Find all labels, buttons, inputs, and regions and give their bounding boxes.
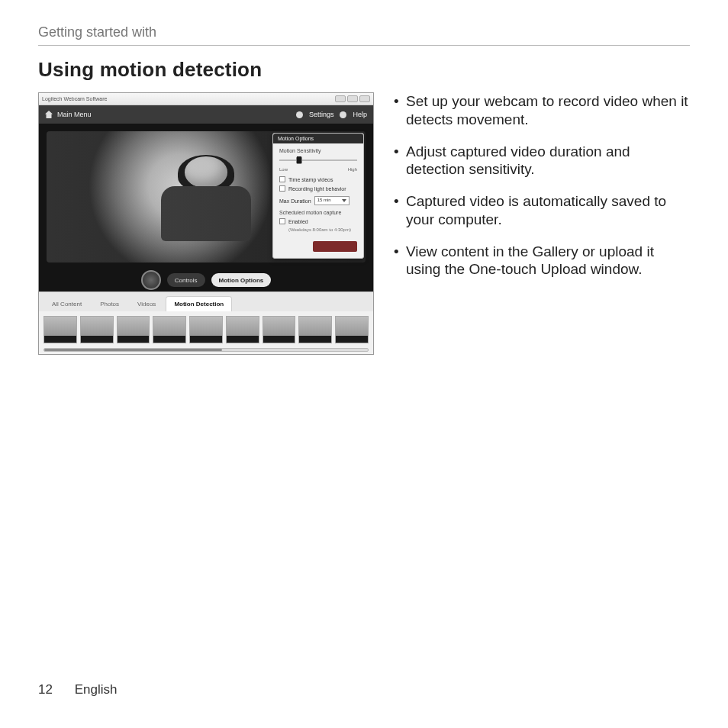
thumbnail[interactable]: 1:15 [153, 316, 186, 343]
tab-photos[interactable]: Photos [92, 296, 127, 311]
sensitivity-label: Motion Sensitivity [279, 148, 357, 153]
running-head: Getting started with [38, 24, 690, 46]
page-language: English [75, 682, 118, 697]
thumbnail[interactable]: 1:15 [43, 316, 77, 343]
timestamp-checkbox[interactable] [279, 176, 285, 182]
record-button[interactable] [141, 270, 161, 290]
panel-title: Motion Options [273, 134, 363, 143]
tab-all-content[interactable]: All Content [43, 296, 90, 311]
enabled-label: Enabled [288, 219, 308, 224]
main-menu-button[interactable]: Main Menu [57, 111, 92, 118]
thumbnail[interactable]: 1:15 [298, 316, 332, 343]
recording-light-checkbox[interactable] [279, 185, 285, 192]
gear-icon[interactable] [296, 111, 303, 118]
bullet-item: Adjust captured video duration and detec… [394, 143, 690, 179]
timestamp-label: Time stamp videos [288, 177, 333, 182]
bullet-item: Set up your webcam to record video when … [394, 92, 690, 129]
page-number: 12 [38, 682, 53, 697]
bullet-item: Captured video is automatically saved to… [394, 192, 690, 229]
help-icon[interactable] [340, 111, 346, 118]
thumbnail[interactable]: 1:15 [226, 316, 259, 343]
sensitivity-slider[interactable] [279, 156, 357, 164]
scheduled-label: Scheduled motion capture [279, 210, 357, 215]
thumbnail[interactable]: 1:15 [117, 316, 150, 343]
max-duration-select[interactable]: 15 min [314, 196, 350, 205]
home-icon[interactable] [45, 111, 53, 118]
thumbnail[interactable]: 1:15 [80, 316, 114, 343]
tab-motion-detection[interactable]: Motion Detection [166, 296, 232, 311]
max-duration-label: Max Duration [279, 198, 311, 204]
bullet-list: Set up your webcam to record video when … [394, 92, 690, 279]
motion-options-pill[interactable]: Motion Options [211, 273, 272, 287]
window-title: Logitech Webcam Software [42, 96, 107, 101]
help-button[interactable]: Help [353, 111, 367, 118]
controls-pill[interactable]: Controls [167, 273, 205, 287]
settings-button[interactable]: Settings [309, 111, 334, 118]
edit-schedule-button[interactable] [313, 241, 357, 252]
slider-low: Low [279, 167, 288, 172]
recording-light-label: Recording light behavior [288, 186, 346, 192]
enabled-checkbox[interactable] [279, 218, 285, 224]
thumbnail[interactable]: 1:15 [263, 316, 296, 343]
motion-options-panel: Motion Options Motion Sensitivity LowHig… [272, 133, 364, 259]
tab-videos[interactable]: Videos [129, 296, 164, 311]
thumbnail[interactable]: 1:15 [189, 316, 223, 343]
slider-high: High [348, 167, 357, 172]
app-screenshot: Logitech Webcam Software Main Menu Setti… [38, 92, 374, 355]
thumbnail[interactable]: 1:15 [335, 316, 369, 343]
schedule-hint: (Weekdays 8:00am to 4:30pm) [288, 227, 357, 232]
window-buttons[interactable] [335, 95, 370, 102]
bullet-item: View content in the Gallery or upload it… [394, 243, 690, 279]
section-title: Using motion detection [38, 58, 690, 82]
thumbnail-scrollbar[interactable] [43, 348, 369, 352]
thumbnail-strip: 1:15 1:15 1:15 1:15 1:15 1:15 1:15 1:15 … [39, 311, 373, 354]
